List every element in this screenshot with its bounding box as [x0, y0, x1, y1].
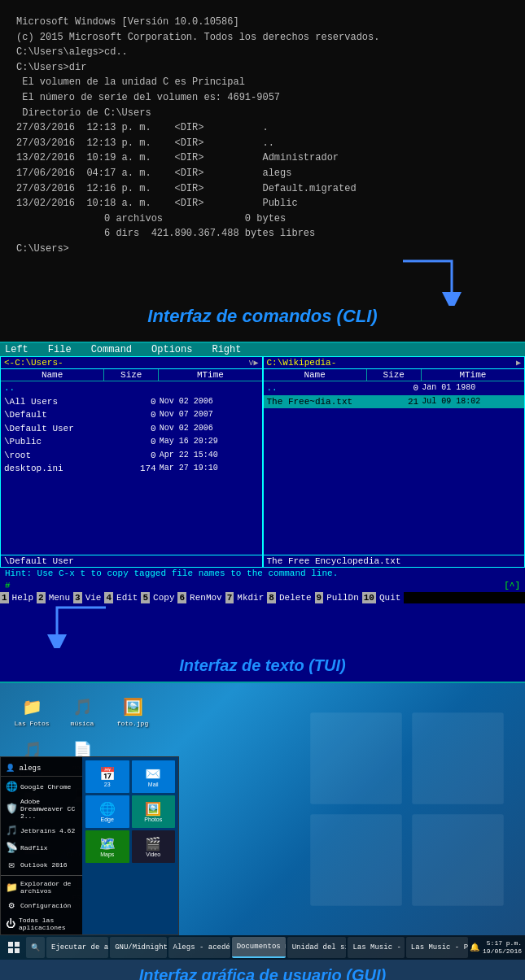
tui-fn-num-3: 3 — [73, 592, 82, 603]
start-menu-right: 📅 23✉️ Mail🌐 Edge🖼️ Photos🗺️ Maps🎬 Video — [82, 757, 178, 934]
tui-right-file-list[interactable]: ..0Jan 01 1980The Free~dia.txt21Jul 09 1… — [264, 381, 525, 555]
tui-right-file-row[interactable]: ..0Jan 01 1980 — [264, 381, 525, 395]
tui-fn-label-3[interactable]: Vie — [82, 592, 105, 603]
desktop-icon-música[interactable]: 🎵 música — [60, 693, 104, 730]
tui-fn-label-9[interactable]: PullDn — [323, 592, 362, 603]
start-tile-video[interactable]: 🎬 Video — [132, 830, 176, 863]
tui-label: Interfaz de texto (TUI) — [0, 651, 525, 682]
cli-arrow-container — [16, 257, 509, 306]
taskbar-search[interactable]: 🔍 — [26, 937, 45, 958]
taskbar-item-gnu/midnight-c.[interactable]: GNU/Midnight C... — [110, 937, 166, 958]
tui-left-file-row[interactable]: \Default0Nov 07 2007 — [1, 408, 262, 422]
tui-fn-label-2[interactable]: Menu — [46, 592, 73, 603]
start-tile-photos[interactable]: 🖼️ Photos — [132, 795, 176, 828]
tui-left-file-row[interactable]: desktop.ini174Mar 27 19:10 — [1, 462, 262, 476]
start-tile-23[interactable]: 📅 23 — [85, 760, 129, 793]
tui-fn-label-4[interactable]: Edit — [113, 592, 141, 603]
start-menu-item-jetbrains4[interactable]: 🎵 Jetbrains 4.62 — [1, 822, 82, 839]
start-menu-item-outlook201[interactable]: ✉️ Outlook 2016 — [1, 856, 82, 873]
tui-section: LeftFileCommandOptionsRight <-C:\Users- … — [0, 342, 525, 683]
start-tile-mail[interactable]: ✉️ Mail — [132, 760, 176, 793]
start-menu-item-adobedream[interactable]: 🛡️ Adobe Dreamweaver CC 2... — [1, 795, 82, 822]
start-menu-item-googlechro[interactable]: 🌐 Google Chrome — [1, 778, 82, 795]
tui-fn-label-6[interactable]: RenMov — [186, 592, 225, 603]
tui-menu-item-options[interactable]: Options — [151, 344, 192, 355]
taskbar-item-las-music---pai[interactable]: Las Music - Paint — [348, 937, 404, 958]
win10-taskbar: 🔍 Ejecutar de archivoGNU/Midnight C...Al… — [0, 935, 525, 960]
taskbar-time: 5:17 p.m.19/05/2016 — [483, 939, 522, 955]
start-tile-label: Photos — [144, 817, 162, 822]
tui-fn-label-7[interactable]: Mkdir — [234, 592, 267, 603]
start-menu[interactable]: 👤 alegs🌐 Google Chrome🛡️ Adobe Dreamweav… — [0, 756, 179, 935]
tui-right-panel: C:\Wikipedia- ▶ Name Size MTime ..0Jan 0… — [263, 356, 526, 568]
start-menu-item-radflix[interactable]: 📡 Radflix — [1, 839, 82, 856]
start-tile-edge[interactable]: 🌐 Edge — [85, 795, 129, 828]
taskbar-right: 🔔 5:17 p.m.19/05/2016 — [470, 939, 522, 955]
tui-menu-item-left[interactable]: Left — [5, 344, 28, 355]
terminal-output: Microsoft Windows [Versión 10.0.10586](c… — [16, 15, 509, 257]
tui-left-file-row[interactable]: .. — [1, 381, 262, 395]
tui-arrow-icon — [41, 603, 114, 648]
tui-menu-item-command[interactable]: Command — [91, 344, 132, 355]
start-menu-item-label: Adobe Dreamweaver CC 2... — [20, 798, 77, 820]
tui-fn-num-8: 8 — [267, 592, 276, 603]
tui-caret: [^] — [504, 581, 520, 590]
gui-label: Interfaz gráfica de usuario (GUI) — [0, 960, 525, 980]
start-tile-label: Edge — [101, 817, 114, 822]
desktop-icon-foto.jpg[interactable]: 🖼️ foto.jpg — [111, 693, 155, 730]
tui-menu-item-file[interactable]: File — [48, 344, 72, 355]
tui-fn-label-1[interactable]: Help — [9, 592, 37, 603]
tui-fn-label-5[interactable]: Copy — [150, 592, 177, 603]
tui-fn-num-10: 10 — [362, 592, 376, 603]
cli-arrow-icon — [395, 257, 468, 306]
start-menu-bottom-label: Explorador de archivos — [20, 880, 77, 895]
tui-left-panel-ctrl: v▶ — [248, 358, 258, 368]
start-menu-bottom-label: Configuración — [20, 902, 71, 909]
tui-status-bar: # [^] — [0, 579, 525, 592]
desktop-icon-img: 🖼️ — [121, 695, 144, 718]
start-menu-bottom-todaslasap[interactable]: ⏻ Todas las aplicaciones — [1, 914, 82, 934]
tui-right-file-row[interactable]: The Free~dia.txt21Jul 09 18:02 — [264, 395, 525, 409]
tui-hint: Hint: Use C-x t to copy tagged file name… — [0, 568, 525, 579]
start-button[interactable] — [3, 937, 24, 958]
start-tile-label: Maps — [100, 852, 114, 857]
tui-left-panel-path: <-C:\Users- — [4, 358, 63, 368]
tui-arrow-container — [0, 603, 525, 651]
tui-right-panel-path: C:\Wikipedia- — [267, 358, 337, 368]
tui-fn-num-1: 1 — [0, 592, 9, 603]
taskbar-item-unidad-del-sist[interactable]: Unidad del sistema — [287, 937, 347, 958]
start-tile-maps[interactable]: 🗺️ Maps — [85, 830, 129, 863]
tui-left-panel: <-C:\Users- v▶ Name Size MTime ..\All Us… — [0, 356, 263, 568]
svg-rect-8 — [8, 948, 13, 953]
desktop-icon-las-fotos[interactable]: 📁 Las Fotos — [10, 693, 54, 730]
tui-fn-label-10[interactable]: Quit — [376, 592, 404, 603]
tui-fn-label-8[interactable]: Delete — [276, 592, 315, 603]
start-menu-item-icon: 📡 — [6, 842, 17, 854]
start-menu-left: 👤 alegs🌐 Google Chrome🛡️ Adobe Dreamweav… — [1, 757, 82, 934]
taskbar-item-ejecutar-de-arc[interactable]: Ejecutar de archivo — [46, 937, 108, 958]
cli-label: Interfaz de comandos (CLI) — [147, 306, 377, 327]
start-tile-icon: 🎬 — [145, 836, 161, 852]
tui-right-panel-header: C:\Wikipedia- ▶ — [264, 357, 525, 369]
tui-left-col-headers: Name Size MTime — [1, 369, 262, 381]
tui-left-file-list[interactable]: ..\All Users0Nov 02 2006\Default0Nov 07 … — [1, 381, 262, 555]
start-tile-label: 23 — [104, 782, 111, 787]
tui-fn-num-4: 4 — [104, 592, 113, 603]
gui-section: 📁 Las Fotos🎵 Media Player📄 phpdoc.pdf📄 l… — [0, 683, 525, 980]
start-menu-bottom-explorador[interactable]: 📁 Explorador de archivos — [1, 878, 82, 897]
taskbar-item-documentos-nuev[interactable]: Documentos nuevo — [232, 937, 286, 958]
tui-left-file-row[interactable]: \root0Apr 22 15:40 — [1, 449, 262, 463]
tui-left-file-row[interactable]: \Default User0Nov 02 2006 — [1, 422, 262, 436]
tui-fn-num-9: 9 — [315, 592, 324, 603]
start-menu-separator — [1, 875, 82, 876]
tui-menu-item-right[interactable]: Right — [212, 344, 241, 355]
tui-function-bar: 1Help2Menu3Vie4Edit5Copy6RenMov7Mkdir8De… — [0, 592, 525, 603]
start-menu-item-label: Jetbrains 4.62 — [20, 827, 75, 834]
tui-left-file-row[interactable]: \All Users0Nov 02 2006 — [1, 395, 262, 409]
taskbar-item-las-music---pai[interactable]: Las Music - Pain... — [406, 937, 468, 958]
start-menu-bottom-configurac[interactable]: ⚙️ Configuración — [1, 897, 82, 914]
start-tile-icon: ✉️ — [145, 766, 161, 782]
tui-prompt: # — [5, 581, 11, 590]
taskbar-item-alegs---acedént[interactable]: Alegs - acedénte... — [168, 937, 230, 958]
tui-left-file-row[interactable]: \Public0May 16 20:29 — [1, 435, 262, 449]
